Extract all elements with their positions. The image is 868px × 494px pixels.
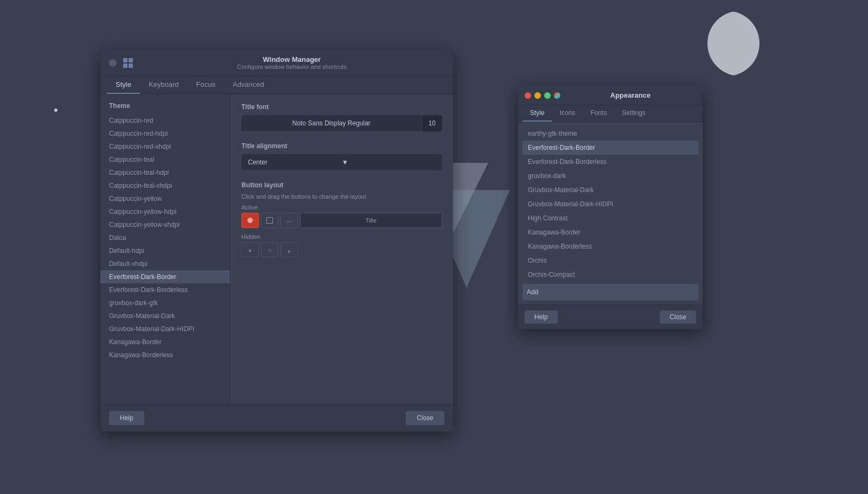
theme-item-catppuccin-teal-xhdpi[interactable]: Catppuccin-teal-xhdpi: [100, 179, 230, 192]
theme-list: Theme Catppuccin-red Catppuccin-red-hdpi…: [100, 94, 231, 404]
add-theme-button[interactable]: Add: [522, 284, 698, 300]
font-size-display: 10: [422, 115, 442, 131]
title-font-section: Title font Noto Sans Display Regular 10: [241, 103, 442, 131]
app-theme-kanagawa-borderless[interactable]: Kanagawa-Borderless: [522, 239, 698, 254]
app-theme-everforest-dark-borderless[interactable]: Everforest-Dark-Borderless: [522, 155, 698, 169]
app-theme-earthy[interactable]: earthy-gtk-theme: [522, 126, 698, 141]
wm-close-button[interactable]: [109, 59, 117, 67]
title-font-label: Title font: [241, 103, 442, 111]
wm-right-panel: Title font Noto Sans Display Regular 10 …: [231, 94, 453, 404]
title-alignment-label: Title alignment: [241, 142, 442, 150]
traffic-lights: [525, 92, 560, 99]
moon-decoration: [694, 11, 760, 76]
alignment-dropdown[interactable]: Center ▼: [241, 154, 442, 170]
app-theme-gruvbox-dark[interactable]: gruvbox-dark: [522, 169, 698, 183]
wm-subtitle: Configure window behavior and shortcuts: [139, 64, 444, 70]
active-layout-row: Title: [241, 213, 442, 228]
theme-item-catppuccin-red-xhdpi[interactable]: Catppuccin-red-xhdpi: [100, 140, 230, 153]
theme-item-catppuccin-teal[interactable]: Catppuccin-teal: [100, 153, 230, 166]
tab-keyboard[interactable]: Keyboard: [140, 76, 188, 94]
circle-icon: [267, 245, 271, 255]
dropdown-arrow-icon: ▼: [342, 159, 436, 166]
tab-style[interactable]: Style: [107, 76, 140, 94]
svg-rect-3: [129, 64, 133, 68]
wm-app-icon: [122, 57, 134, 69]
theme-item-catppuccin-red-hdpi[interactable]: Catppuccin-red-hdpi: [100, 127, 230, 140]
wm-title-area: Window Manager Configure window behavior…: [139, 55, 444, 70]
theme-item-everforest-dark-borderless[interactable]: Everforest-Dark-Borderless: [100, 283, 230, 296]
hidden-btn-2[interactable]: [261, 242, 278, 257]
tab-focus[interactable]: Focus: [188, 76, 224, 94]
app-tab-style[interactable]: Style: [522, 105, 552, 122]
theme-item-daloa[interactable]: Daloa: [100, 231, 230, 244]
theme-item-gruvbox-material-dark[interactable]: Gruvbox-Material-Dark: [100, 309, 230, 322]
svg-rect-1: [129, 58, 133, 62]
font-name-display: Noto Sans Display Regular: [241, 115, 422, 131]
traffic-light-close[interactable]: [525, 92, 531, 99]
theme-item-default-hdpi[interactable]: Default-hdpi: [100, 244, 230, 257]
app-theme-kanagawa-border[interactable]: Kanagawa-Border: [522, 225, 698, 239]
traffic-light-maximize[interactable]: [544, 92, 551, 99]
title-layout-bar: Title: [300, 213, 442, 228]
app-theme-gruvbox-material-dark-hidpi[interactable]: Gruvbox-Material-Dark-HIDPI: [522, 197, 698, 211]
app-theme-everforest-dark-border[interactable]: Everforest-Dark-Border: [522, 141, 698, 155]
active-layout-label: Active: [241, 204, 442, 211]
theme-item-catppuccin-yellow-xhdpi[interactable]: Catppuccin-yellow-xhdpi: [100, 218, 230, 231]
appearance-titlebar: Appearance: [518, 86, 703, 105]
theme-item-gruvbox-dark[interactable]: gruvbox-dark-gtk: [100, 296, 230, 309]
window-manager-dialog: Window Manager Configure window behavior…: [100, 50, 453, 432]
theme-item-kanagawa-borderless[interactable]: Kanagawa-Borderless: [100, 349, 230, 362]
button-layout-description: Click and drag the buttons to change the…: [241, 193, 442, 200]
appearance-title: Appearance: [565, 91, 696, 99]
wm-title: Window Manager: [139, 55, 444, 64]
hidden-layout-row: [241, 242, 442, 257]
wm-close-dialog-button[interactable]: Close: [406, 411, 444, 425]
appearance-dialog: Appearance Style Icons Fonts Settings ea…: [518, 86, 703, 329]
theme-item-default-xhdpi[interactable]: Default-xhdpi: [100, 257, 230, 270]
hidden-btn-3[interactable]: [280, 242, 298, 257]
maximize-btn-icon: [266, 217, 273, 224]
wm-titlebar: Window Manager Configure window behavior…: [100, 50, 453, 76]
app-theme-gruvbox-material-dark[interactable]: Gruvbox-Material-Dark: [522, 183, 698, 197]
traffic-light-color[interactable]: [554, 92, 560, 99]
theme-item-catppuccin-yellow[interactable]: Catppuccin-yellow: [100, 192, 230, 205]
app-tab-fonts[interactable]: Fonts: [583, 105, 614, 122]
tab-advanced[interactable]: Advanced: [224, 76, 273, 94]
app-tab-settings[interactable]: Settings: [614, 105, 653, 122]
theme-item-kanagawa-border[interactable]: Kanagawa-Border: [100, 335, 230, 349]
theme-item-catppuccin-teal-hdpi[interactable]: Catppuccin-teal-hdpi: [100, 166, 230, 179]
down-arrow-icon: [248, 245, 252, 255]
theme-item-catppuccin-red[interactable]: Catppuccin-red: [100, 114, 230, 127]
alignment-value: Center: [248, 159, 342, 166]
hidden-btn-1[interactable]: [241, 242, 259, 257]
hidden-layout-label: Hidden: [241, 233, 442, 240]
app-theme-high-contrast[interactable]: High Contrast: [522, 211, 698, 225]
theme-item-gruvbox-material-dark-hidpi[interactable]: Gruvbox-Material-Dark-HIDPI: [100, 322, 230, 335]
dot-decoration: [54, 109, 58, 112]
appearance-close-button[interactable]: Close: [660, 311, 696, 324]
wm-tabs: Style Keyboard Focus Advanced: [100, 76, 453, 94]
app-theme-orchis-compact[interactable]: Orchis-Compact: [522, 268, 698, 282]
up-arrow-icon: [287, 245, 291, 255]
appearance-help-button[interactable]: Help: [525, 311, 558, 324]
close-btn-icon: [247, 218, 253, 223]
close-layout-button[interactable]: [241, 213, 259, 228]
theme-item-catppuccin-yellow-hdpi[interactable]: Catppuccin-yellow-hdpi: [100, 205, 230, 218]
appearance-content: earthy-gtk-theme Everforest-Dark-Border …: [518, 122, 703, 305]
maximize-layout-button[interactable]: [261, 213, 278, 228]
svg-rect-2: [123, 64, 127, 68]
button-layout-section: Button layout Click and drag the buttons…: [241, 181, 442, 257]
wm-help-button[interactable]: Help: [109, 411, 144, 425]
app-theme-orchis[interactable]: Orchis: [522, 254, 698, 268]
wm-footer: Help Close: [100, 404, 453, 432]
svg-rect-0: [123, 58, 127, 62]
appearance-footer: Help Close: [518, 305, 703, 329]
title-alignment-section: Title alignment Center ▼: [241, 142, 442, 170]
font-row: Noto Sans Display Regular 10: [241, 115, 442, 131]
minimize-layout-button[interactable]: [280, 213, 298, 228]
theme-item-everforest-dark-border[interactable]: Everforest-Dark-Border: [100, 270, 230, 283]
app-tab-icons[interactable]: Icons: [552, 105, 583, 122]
traffic-light-minimize[interactable]: [534, 92, 541, 99]
wm-content: Theme Catppuccin-red Catppuccin-red-hdpi…: [100, 94, 453, 404]
theme-list-header: Theme: [100, 100, 230, 114]
